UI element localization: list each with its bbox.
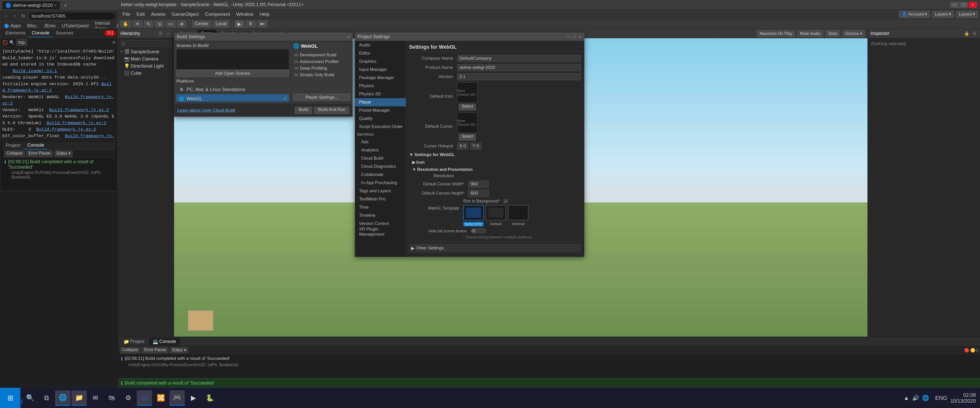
file-link-7[interactable]: Build.framework.js.gz:2 — [36, 127, 96, 132]
taskbar-mail-btn[interactable]: ✉ — [88, 391, 103, 406]
taskbar-python-btn[interactable]: 🐍 — [202, 391, 218, 406]
ps-close-icon[interactable]: × — [579, 34, 582, 40]
cursor-x-field[interactable]: X 0 — [457, 143, 468, 150]
menu-edit[interactable]: Edit — [134, 10, 148, 18]
hierarchy-add-icon[interactable]: + — [165, 30, 171, 37]
menu-gameobject[interactable]: GameObject — [169, 10, 201, 18]
collapse-btn[interactable]: Collapse — [4, 151, 25, 157]
taskbar-time-area[interactable]: 02:08 10/13/2020 — [950, 392, 976, 404]
play-btn[interactable]: ▶ — [235, 21, 244, 27]
editor-dropdown-btn[interactable]: Editor ▾ — [54, 151, 73, 157]
gizmos-btn[interactable]: Gizmos ▾ — [842, 30, 865, 37]
taskbar-unity-btn[interactable]: 🎮 — [169, 391, 185, 406]
ps-graphics[interactable]: Graphics — [355, 57, 406, 65]
ps-cloud-diagnostics[interactable]: Cloud Diagnostics — [355, 162, 406, 171]
template-default[interactable] — [486, 205, 506, 220]
forward-btn[interactable]: → — [11, 13, 18, 20]
build-and-run-btn[interactable]: Build And Run — [314, 107, 349, 114]
error-filter-icon[interactable]: 🔴 — [964, 348, 969, 352]
info-filter-icon[interactable]: ℹ — [977, 348, 978, 352]
ps-time[interactable]: Time — [355, 203, 406, 211]
refresh-btn[interactable]: ↻ — [20, 13, 27, 20]
hierarchy-directional-light[interactable]: 💡 Directional Light — [118, 62, 174, 70]
dt-bottom-tab-console[interactable]: Console — [24, 141, 48, 149]
step-btn[interactable]: ⏭ — [257, 21, 267, 27]
template-better2020[interactable] — [463, 205, 484, 220]
hierarchy-search-input[interactable] — [120, 40, 172, 47]
tab-close-btn[interactable]: × — [54, 3, 57, 8]
platform-pc-mac[interactable]: 🖥 PC, Mac & Linux Standalone — [177, 85, 289, 94]
dt-tab-elements[interactable]: Elements — [2, 29, 29, 37]
file-link-6[interactable]: Build.framework.js.gz:2 — [46, 121, 107, 125]
other-settings-section[interactable]: ▶ Other Settings — [409, 243, 581, 253]
taskbar-settings-btn[interactable]: ⚙ — [121, 391, 136, 406]
ps-quality[interactable]: Quality — [355, 114, 406, 123]
product-name-input[interactable] — [457, 64, 581, 71]
ps-textmesh-pro[interactable]: TextMesh Pro — [355, 195, 406, 203]
ps-collaborate[interactable]: Collaborate — [355, 171, 406, 179]
hierarchy-samplescene[interactable]: ▼ 🎬 SampleScene — [118, 48, 174, 56]
taskbar-git-btn[interactable]: 🔀 — [153, 391, 169, 406]
taskbar-vscode-btn[interactable]: ⬡ — [137, 391, 152, 406]
ps-xr-plugin[interactable]: XR Plugin Management — [355, 228, 406, 236]
run-in-bg-checkbox[interactable]: ✓ — [504, 199, 508, 203]
dt-tab-console[interactable]: Console — [29, 29, 52, 37]
ps-physics[interactable]: Physics — [355, 82, 406, 90]
stats-btn[interactable]: Stats — [825, 30, 840, 37]
file-link-5[interactable]: Build.framework.js.gz:2 — [49, 108, 109, 113]
uc-tab-console[interactable]: 💻 Console — [149, 338, 180, 345]
network-icon[interactable]: 🌐 — [922, 395, 929, 402]
mute-audio-btn[interactable]: Mute Audio — [797, 30, 823, 37]
cloud-build-link[interactable]: Learn about Unity Cloud Build — [177, 108, 235, 113]
volume-icon[interactable]: 🔊 — [912, 395, 919, 402]
pause-btn[interactable]: ⏸ — [245, 21, 256, 27]
close-btn[interactable]: × — [969, 2, 977, 8]
company-name-input[interactable] — [457, 55, 581, 62]
ps-preset-manager[interactable]: Preset Manager — [355, 106, 406, 114]
transform-tool-btn[interactable]: ⊕ — [177, 21, 186, 27]
taskbar-search-btn[interactable]: 🔍 — [22, 391, 38, 406]
ps-analytics[interactable]: Analytics — [355, 146, 406, 154]
ps-minimize-icon[interactable]: ─ — [567, 34, 570, 40]
filter-levels-icon[interactable]: ⚙ — [112, 40, 116, 45]
uc-tab-project[interactable]: 📁 Project — [120, 338, 148, 345]
uc-error-pause-btn[interactable]: Error Pause — [142, 347, 168, 353]
menu-assets[interactable]: Assets — [148, 10, 168, 18]
rect-tool-btn[interactable]: ▭ — [165, 21, 176, 27]
layout-btn[interactable]: Layout ▾ — [956, 11, 978, 18]
error-pause-btn[interactable]: Error Pause — [26, 151, 52, 157]
add-open-scenes-btn[interactable]: Add Open Scenes — [177, 70, 289, 77]
bs-close-icon[interactable]: × — [347, 34, 350, 40]
canvas-width-input[interactable] — [468, 181, 489, 188]
ps-package-manager[interactable]: Package Manager — [355, 74, 406, 82]
taskbar-explorer-btn[interactable]: 📁 — [72, 391, 87, 406]
version-input[interactable] — [457, 73, 581, 80]
scale-tool-btn[interactable]: ⇲ — [155, 21, 164, 27]
local-btn[interactable]: Local — [213, 21, 229, 27]
settings-webgl-header[interactable]: ▼ Settings for WebGL — [409, 152, 581, 157]
account-btn[interactable]: 👤 Account ▾ — [899, 11, 930, 18]
layers-btn[interactable]: Layers ▾ — [932, 11, 954, 18]
icon-section-header[interactable]: ▶ Icon — [412, 160, 581, 165]
hierarchy-main-camera[interactable]: 📷 Main Camera — [118, 56, 174, 62]
cursor-y-field[interactable]: Y 0 — [470, 143, 481, 150]
inspector-menu-icon[interactable]: ☰ — [971, 30, 977, 37]
ps-audio[interactable]: Audio — [355, 41, 406, 49]
new-tab-btn[interactable]: + — [62, 2, 69, 9]
canvas-height-input[interactable] — [468, 190, 489, 197]
taskbar-chrome-btn[interactable]: 🌐 — [55, 391, 70, 406]
build-btn[interactable]: Build — [295, 107, 312, 114]
maximize-btn[interactable]: □ — [959, 2, 968, 8]
ps-script-exec-order[interactable]: Script Execution Order — [355, 123, 406, 131]
taskbar-terminal-btn[interactable]: ▶ — [186, 391, 201, 406]
ps-editor[interactable]: Editor — [355, 49, 406, 57]
ps-tags-layers[interactable]: Tags and Layers — [355, 187, 406, 195]
clear-console-icon[interactable]: 🚫 — [2, 40, 8, 45]
rotate-tool-btn[interactable]: ↻ — [144, 21, 153, 27]
dt-bottom-tab-project[interactable]: Project — [2, 142, 24, 149]
dt-tab-sources[interactable]: Sources — [52, 29, 76, 37]
template-minimal[interactable] — [508, 205, 528, 220]
minimize-btn[interactable]: ─ — [950, 2, 959, 8]
hierarchy-cube[interactable]: ⬛ Cube — [118, 70, 174, 77]
player-settings-btn[interactable]: Player Settings... — [293, 94, 350, 101]
